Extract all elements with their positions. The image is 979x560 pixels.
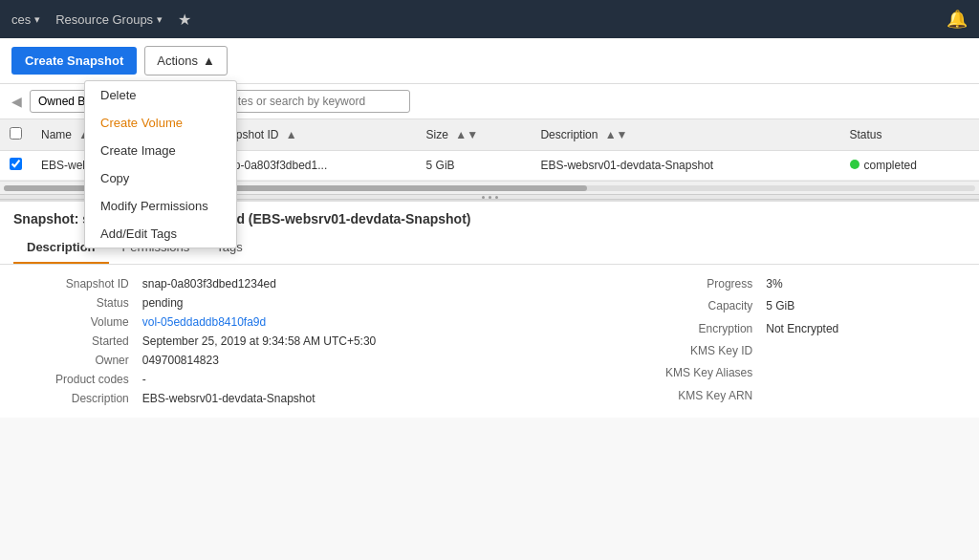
resize-dot-1 — [482, 196, 485, 199]
resize-dot-3 — [495, 196, 498, 199]
owner-label: Owner — [13, 351, 142, 370]
kms-key-aliases-value — [766, 363, 966, 385]
row-description: EBS-websrv01-devdata-Snapshot — [531, 151, 839, 181]
kms-key-aliases-label: KMS Key Aliases — [490, 363, 766, 385]
navbar: ces ▾ Resource Groups ▾ ★ 🔔 — [0, 0, 979, 38]
started-label: Started — [13, 332, 142, 351]
detail-kms-key-id: KMS Key ID — [490, 341, 966, 363]
detail-status: Status pending — [13, 293, 490, 312]
resource-groups-chevron: ▾ — [157, 13, 163, 26]
detail-capacity: Capacity 5 GiB — [490, 296, 966, 318]
progress-label: Progress — [490, 274, 766, 296]
services-label: ces — [11, 12, 31, 27]
encryption-label: Encryption — [490, 319, 766, 341]
actions-label: Actions — [157, 54, 198, 68]
left-scroll-arrow-icon[interactable]: ◀ — [11, 94, 22, 109]
detail-encryption: Encryption Not Encrypted — [490, 319, 966, 341]
size-sort-icon: ▲▼ — [455, 128, 478, 141]
resource-groups-label: Resource Groups — [55, 12, 153, 27]
row-status: completed — [840, 151, 979, 181]
product-codes-label: Product codes — [13, 370, 142, 389]
dropdown-item-create-image[interactable]: Create Image — [85, 137, 236, 164]
dropdown-item-copy[interactable]: Copy — [85, 164, 236, 192]
detail-product-codes: Product codes - — [13, 370, 490, 389]
kms-key-id-label: KMS Key ID — [490, 341, 766, 363]
product-codes-value: - — [142, 370, 490, 389]
detail-started: Started September 25, 2019 at 9:34:58 AM… — [13, 332, 490, 351]
snapshot-id-value: snap-0a803f3dbed1234ed — [142, 274, 490, 293]
encryption-value: Not Encrypted — [766, 319, 966, 341]
resize-dot-2 — [489, 196, 491, 199]
select-all-checkbox[interactable] — [10, 127, 22, 140]
capacity-value: 5 GiB — [766, 296, 966, 318]
actions-dropdown-menu: DeleteCreate VolumeCreate ImageCopyModif… — [84, 80, 237, 248]
detail-kms-key-arn: KMS Key ARN — [490, 386, 966, 408]
description-label: Description — [13, 389, 142, 408]
actions-button[interactable]: Actions ▲ — [144, 46, 228, 75]
volume-label: Volume — [13, 312, 142, 332]
favorites-star-icon[interactable]: ★ — [178, 11, 191, 29]
snapshot-id-label: Snapshot ID — [13, 274, 142, 293]
detail-progress: Progress 3% — [490, 274, 966, 296]
col-snapshot-id[interactable]: Snapshot ID ▲ — [206, 119, 416, 151]
status-dot-icon — [850, 160, 859, 169]
kms-key-arn-label: KMS Key ARN — [490, 386, 766, 408]
actions-chevron-icon: ▲ — [203, 54, 215, 68]
details-grid: Snapshot ID snap-0a803f3dbed1234ed Statu… — [0, 265, 979, 418]
owner-value: 049700814823 — [142, 351, 490, 370]
col-size[interactable]: Size ▲▼ — [417, 119, 532, 151]
status-value: pending — [142, 293, 490, 312]
detail-snapshot-id: Snapshot ID snap-0a803f3dbed1234ed — [13, 274, 490, 293]
kms-key-id-value — [766, 341, 966, 363]
dropdown-item-delete[interactable]: Delete — [85, 81, 236, 109]
dropdown-item-add/edit-tags[interactable]: Add/Edit Tags — [85, 220, 236, 248]
row-snapshot-id: snap-0a803f3dbed1... — [206, 151, 416, 181]
col-description[interactable]: Description ▲▼ — [531, 119, 839, 151]
resource-groups-menu[interactable]: Resource Groups ▾ — [55, 12, 163, 27]
capacity-label: Capacity — [490, 296, 766, 318]
col-status[interactable]: Status — [840, 119, 979, 151]
row-checkbox-cell[interactable] — [0, 151, 32, 181]
kms-key-arn-value — [766, 386, 966, 408]
detail-kms-key-aliases: KMS Key Aliases — [490, 363, 966, 385]
dropdown-item-modify-permissions[interactable]: Modify Permissions — [85, 192, 236, 220]
description-value: EBS-websrv01-devdata-Snapshot — [142, 389, 490, 408]
status-label: Status — [13, 293, 142, 312]
details-right: Progress 3% Capacity 5 GiB Encryption No… — [490, 274, 966, 408]
dropdown-item-create-volume[interactable]: Create Volume — [85, 109, 236, 137]
snapshot-id-sort-icon: ▲ — [286, 128, 297, 141]
row-size: 5 GiB — [417, 151, 532, 181]
progress-value: 3% — [766, 274, 966, 296]
description-sort-icon: ▲▼ — [605, 128, 628, 141]
row-checkbox[interactable] — [10, 158, 22, 170]
started-value: September 25, 2019 at 9:34:58 AM UTC+5:3… — [142, 332, 490, 351]
notifications-bell-icon[interactable]: 🔔 — [946, 9, 968, 30]
detail-description: Description EBS-websrv01-devdata-Snapsho… — [13, 389, 490, 408]
services-menu[interactable]: ces ▾ — [11, 12, 40, 27]
services-chevron: ▾ — [34, 13, 40, 26]
create-snapshot-button[interactable]: Create Snapshot — [11, 47, 137, 75]
select-all-checkbox-cell[interactable] — [0, 119, 32, 151]
detail-volume: Volume vol-05eddaddb8410fa9d — [13, 312, 490, 332]
toolbar: Create Snapshot Actions ▲ DeleteCreate V… — [0, 38, 979, 84]
details-left: Snapshot ID snap-0a803f3dbed1234ed Statu… — [13, 274, 490, 408]
detail-owner: Owner 049700814823 — [13, 351, 490, 370]
volume-link[interactable]: vol-05eddaddb8410fa9d — [142, 312, 490, 332]
